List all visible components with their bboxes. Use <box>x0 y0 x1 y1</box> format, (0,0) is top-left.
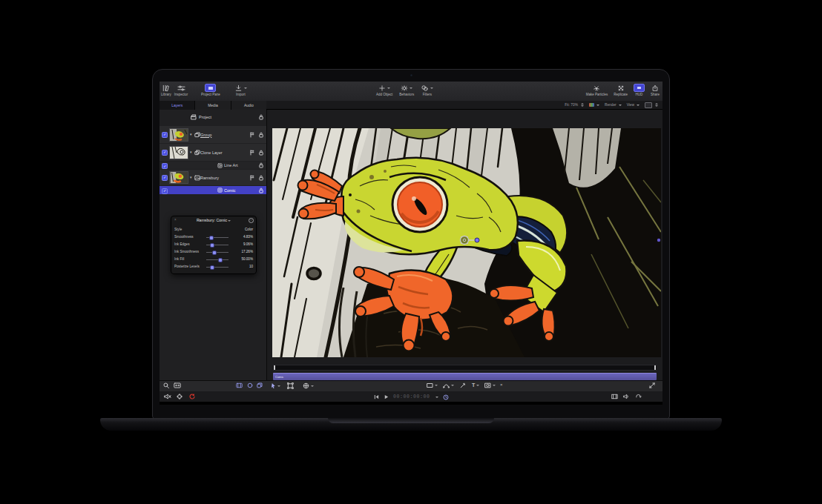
zoom-level-control[interactable]: Fit: 70% <box>565 103 584 107</box>
layer-name[interactable]: Ramsbury <box>200 176 219 180</box>
lock-icon[interactable] <box>259 188 263 193</box>
hud-panel[interactable]: × Ramsbury: Comic i Style Color Smoothne… <box>171 216 257 274</box>
hud-button[interactable]: HUD <box>634 84 645 96</box>
tab-layers[interactable]: Layers <box>160 101 194 110</box>
slider-track[interactable] <box>206 237 228 238</box>
slider-thumb[interactable] <box>212 251 217 255</box>
slider-track[interactable] <box>206 267 228 268</box>
record-animation-button[interactable] <box>189 394 195 399</box>
pen-tool-button[interactable] <box>460 382 466 388</box>
rectangle-tool-button[interactable] <box>427 382 438 388</box>
transform-tool-button[interactable] <box>287 382 294 389</box>
mini-timeline-clip[interactable]: Comic <box>273 373 657 380</box>
speaker-icon[interactable] <box>623 394 630 399</box>
timecode-menu-chevron[interactable] <box>435 397 438 398</box>
flag-icon[interactable] <box>250 150 254 156</box>
style-popup[interactable]: Color <box>245 228 253 231</box>
flag-icon[interactable] <box>250 132 254 138</box>
timecode-display[interactable]: 00:00:00:00 <box>393 394 430 399</box>
skip-start-icon[interactable] <box>374 394 379 399</box>
layer-name[interactable]: Line Art <box>224 163 238 168</box>
checkbox[interactable]: ✓ <box>162 175 168 181</box>
play-range-start-marker[interactable] <box>274 365 275 370</box>
lock-icon[interactable] <box>259 150 263 156</box>
slider-thumb[interactable] <box>218 258 223 262</box>
checkbox[interactable]: ✓ <box>162 150 168 156</box>
checkbox[interactable]: ✓ <box>162 132 168 138</box>
hud-row-style: Style Color <box>171 226 256 233</box>
checkbox[interactable]: ✓ <box>162 163 168 169</box>
checkbox[interactable]: ✓ <box>162 188 168 194</box>
slider-track[interactable] <box>206 245 228 245</box>
hud-title[interactable]: Ramsbury: Comic <box>171 218 256 222</box>
filters-button[interactable]: Filters <box>421 84 433 96</box>
slider-thumb[interactable] <box>210 265 214 270</box>
filmstrip-filter-button[interactable] <box>174 382 181 388</box>
lock-icon[interactable] <box>259 132 263 138</box>
layer-row-line-art[interactable]: ✓ Line Art <box>160 162 266 169</box>
disclosure-triangle[interactable]: ▾ <box>190 176 192 179</box>
hud-row-label: Style <box>174 228 182 231</box>
layout-control[interactable] <box>645 102 658 108</box>
expand-timeline-button[interactable] <box>649 382 655 388</box>
slider-thumb[interactable] <box>210 243 214 248</box>
replicate-button[interactable]: Replicate <box>614 84 628 96</box>
project-pane-button[interactable]: Project Pane <box>201 84 220 96</box>
layer-thumbnail <box>169 128 188 142</box>
layer-name[interactable]: Clone Layer <box>200 150 223 155</box>
search-button[interactable] <box>163 382 169 389</box>
loop-icon[interactable] <box>635 394 642 399</box>
canvas[interactable]: Comic <box>266 110 662 380</box>
info-icon[interactable]: i <box>249 218 254 223</box>
show-keyframes-toggle[interactable] <box>247 382 253 388</box>
stepper-icon[interactable] <box>581 103 584 107</box>
tab-media[interactable]: Media <box>195 101 230 110</box>
clone-layer-icon <box>194 150 200 156</box>
library-button[interactable]: Library <box>161 84 171 96</box>
adjust-3d-tool-button[interactable] <box>303 382 314 389</box>
layer-row-clone-layer[interactable]: ✓ ▾ Clone Layer <box>160 144 266 161</box>
layout-grid-icon <box>645 102 652 108</box>
image-mask-tool-button[interactable] <box>484 382 496 388</box>
clock-icon[interactable] <box>443 394 449 400</box>
layer-name[interactable]: Comic <box>224 188 236 193</box>
inspector-button[interactable]: Inspector <box>174 84 188 96</box>
share-button[interactable]: Share <box>651 84 660 96</box>
play-icon[interactable] <box>384 394 389 399</box>
behaviors-button[interactable]: Behaviors <box>399 84 414 96</box>
channels-control[interactable] <box>589 103 599 107</box>
disclosure-triangle[interactable]: ▾ <box>190 150 192 154</box>
render-menu[interactable]: Render <box>605 103 622 107</box>
slider-thumb[interactable] <box>209 236 214 240</box>
select-tool-button[interactable] <box>271 382 280 389</box>
slider-track[interactable] <box>206 252 228 253</box>
play-range-end-marker[interactable] <box>654 365 656 370</box>
mute-icon[interactable] <box>164 394 171 399</box>
stepper-icon[interactable] <box>655 103 658 107</box>
view-menu[interactable]: View <box>627 103 639 107</box>
crosshair-icon[interactable] <box>177 394 183 399</box>
layer-row-ramsbury[interactable]: ✓ ▾ Ramsbury <box>160 170 266 185</box>
slider-track[interactable] <box>206 259 228 260</box>
import-button[interactable]: Import <box>234 84 247 96</box>
film-icon[interactable] <box>611 394 618 399</box>
flag-icon[interactable] <box>250 175 254 181</box>
text-tool-button[interactable]: T <box>472 382 479 388</box>
project-row[interactable]: Project <box>160 112 266 122</box>
show-timeline-toggle[interactable] <box>236 382 243 388</box>
add-object-button[interactable]: Add Object <box>376 84 392 96</box>
mini-timeline-ruler[interactable] <box>273 365 657 371</box>
layer-row-group[interactable]: ✓ ▾ Group <box>160 126 266 143</box>
lock-icon[interactable] <box>259 114 263 120</box>
layer-row-comic[interactable]: ✓ Comic <box>160 186 266 194</box>
layer-name[interactable]: Group <box>200 133 211 137</box>
tab-audio[interactable]: Audio <box>231 101 266 110</box>
close-tools-button[interactable]: × <box>500 382 503 387</box>
lock-icon[interactable] <box>259 162 263 168</box>
disclosure-triangle[interactable]: ▾ <box>190 133 192 136</box>
show-audio-toggle[interactable] <box>257 382 263 388</box>
make-particles-button[interactable]: Make Particles <box>586 84 608 96</box>
lock-icon[interactable] <box>259 175 263 181</box>
bezier-tool-button[interactable] <box>443 382 454 388</box>
hud-label: HUD <box>636 93 643 96</box>
